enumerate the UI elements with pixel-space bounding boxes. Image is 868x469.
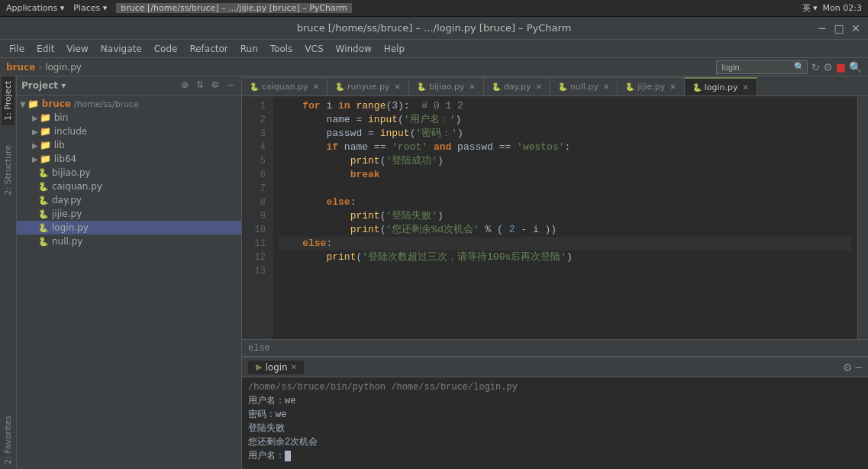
menu-vcs[interactable]: VCS xyxy=(298,42,329,56)
code-line-5: print('登陆成功') xyxy=(279,154,851,168)
os-clock: 英 ▾ Mon 02:3 xyxy=(802,2,862,14)
tab-icon-jijie: 🐍 xyxy=(625,82,634,91)
tab-null[interactable]: 🐍 null.py ✕ xyxy=(550,77,618,95)
code-line-8: else: xyxy=(279,196,851,209)
settings-icon[interactable]: ⚙ xyxy=(209,79,221,92)
menu-tools[interactable]: Tools xyxy=(264,42,299,56)
minimize-panel-btn[interactable]: ─ xyxy=(856,361,862,374)
menu-navigate[interactable]: Navigate xyxy=(95,42,148,56)
run-output: /home/ss/bruce/bin/python /home/ss/bruce… xyxy=(242,377,868,469)
tab-close-login[interactable]: ✕ xyxy=(742,83,748,92)
add-icon[interactable]: ⊕ xyxy=(179,79,191,92)
left-tabs: 1: Project 2: Structure 2: Favorites xyxy=(0,76,17,469)
window-switcher[interactable]: bruce [/home/ss/bruce] – .../jijie.py [b… xyxy=(116,3,352,13)
settings-tool-btn[interactable]: ⚙ xyxy=(843,361,853,374)
run-output-line-4: 您还剩余2次机会 xyxy=(248,435,862,449)
menu-run[interactable]: Run xyxy=(234,42,264,56)
tab-icon-runyue: 🐍 xyxy=(335,82,344,91)
window-title: bruce [/home/ss/bruce] – .../login.py [b… xyxy=(297,22,572,34)
code-line-12: print('登陆次数超过三次，请等待100s后再次登陆') xyxy=(279,251,851,264)
code-line-13 xyxy=(279,264,851,278)
tab-icon-caiquan: 🐍 xyxy=(250,82,259,91)
scroll-marker[interactable] xyxy=(857,96,868,339)
menu-window[interactable]: Window xyxy=(330,42,378,56)
tab-jijie[interactable]: 🐍 jijie.py ✕ xyxy=(618,77,684,95)
menu-code[interactable]: Code xyxy=(148,42,184,56)
tab-close-bijiao[interactable]: ✕ xyxy=(469,82,475,91)
tab-label-null: null.py xyxy=(570,82,599,92)
code-line-3: passwd = input('密码：') xyxy=(279,127,851,141)
tree-root-bruce[interactable]: ▼ 📁 bruce /home/ss/bruce xyxy=(17,97,241,111)
collapse-icon[interactable]: − xyxy=(224,79,237,92)
tree-file-day[interactable]: 🐍 day.py xyxy=(17,193,241,207)
tree-file-caiquan[interactable]: 🐍 caiquan.py xyxy=(17,180,241,193)
run-output-line-2: 密码：we xyxy=(248,408,862,422)
run-output-line-5[interactable]: 用户名： xyxy=(248,449,862,463)
tab-close-null[interactable]: ✕ xyxy=(603,82,609,91)
code-content[interactable]: for i in range(3): # 0 1 2 name = input(… xyxy=(273,96,857,339)
tree-folder-bin[interactable]: ▶ 📁 bin xyxy=(17,111,241,125)
run-command: /home/ss/bruce/bin/python /home/ss/bruce… xyxy=(248,380,862,394)
breadcrumb-file[interactable]: login.py xyxy=(45,62,82,73)
code-editor[interactable]: 1 2 3 4 5 6 7 8 9 10 11 12 13 for i in r… xyxy=(242,96,868,339)
tab-close-caiquan[interactable]: ✕ xyxy=(313,82,319,91)
run-tab-login[interactable]: ▶ login ✕ xyxy=(248,361,305,374)
project-tab[interactable]: 1: Project xyxy=(2,76,15,125)
refresh-icon[interactable]: ↻ xyxy=(811,61,820,73)
sidebar-icons: ⊕ ⇅ ⚙ − xyxy=(179,79,237,92)
tab-login[interactable]: 🐍 login.py ✕ xyxy=(685,77,757,95)
maximize-button[interactable]: □ xyxy=(833,22,845,34)
tree-file-bijiao[interactable]: 🐍 bijiao.py xyxy=(17,166,241,180)
tab-close-runyue[interactable]: ✕ xyxy=(395,82,401,91)
code-line-7 xyxy=(279,182,851,196)
breadcrumb: bruce › login.py 🔍 ↻ ⚙ ■ 🔍 xyxy=(0,58,868,76)
window-controls: ─ □ ✕ xyxy=(816,22,862,34)
tab-day[interactable]: 🐍 day.py ✕ xyxy=(484,77,550,95)
run-debug-icon[interactable]: ⚙ xyxy=(823,61,833,73)
close-button[interactable]: ✕ xyxy=(850,22,862,34)
tab-icon-day: 🐍 xyxy=(492,82,501,91)
tab-bijiao[interactable]: 🐍 bijiao.py ✕ xyxy=(409,77,484,95)
favorites-tab[interactable]: 2: Favorites xyxy=(2,411,15,469)
tree-folder-lib[interactable]: ▶ 📁 lib xyxy=(17,138,241,152)
minimize-button[interactable]: ─ xyxy=(816,22,828,34)
run-tab-close[interactable]: ✕ xyxy=(291,363,297,371)
tree-folder-include[interactable]: ▶ 📁 include xyxy=(17,125,241,138)
structure-tab[interactable]: 2: Structure xyxy=(2,141,15,199)
breadcrumb-root[interactable]: bruce xyxy=(6,62,35,73)
menu-refactor[interactable]: Refactor xyxy=(183,42,234,56)
run-tools: ⚙ ─ xyxy=(843,361,862,374)
os-left: Applications ▾ Places ▾ bruce [/home/ss/… xyxy=(6,3,352,13)
tree-file-null[interactable]: 🐍 null.py xyxy=(17,234,241,248)
line-numbers: 1 2 3 4 5 6 7 8 9 10 11 12 13 xyxy=(242,96,273,339)
sort-icon[interactable]: ⇅ xyxy=(194,79,206,92)
run-panel: ▶ login ✕ ⚙ ─ /home/ss/bruce/bin/python … xyxy=(242,356,868,469)
code-line-4: if name == 'root' and passwd == 'westos'… xyxy=(279,141,851,154)
tree-file-login[interactable]: 🐍 login.py xyxy=(17,221,241,234)
tab-close-jijie[interactable]: ✕ xyxy=(670,82,676,91)
tab-runyue[interactable]: 🐍 runyue.py ✕ xyxy=(328,77,409,95)
code-line-2: name = input('用户名：') xyxy=(279,113,851,127)
code-line-6: break xyxy=(279,168,851,182)
applications-menu[interactable]: Applications ▾ xyxy=(6,3,64,13)
run-icon: ▶ xyxy=(256,362,262,372)
tab-icon-login: 🐍 xyxy=(692,83,702,92)
code-line-10: print('您还剩余%d次机会' % ( 2 - i )) xyxy=(279,223,851,237)
tab-icon-bijiao: 🐍 xyxy=(417,82,426,91)
title-bar: bruce [/home/ss/bruce] – .../login.py [b… xyxy=(0,17,868,40)
search-everywhere-icon[interactable]: 🔍 xyxy=(849,61,862,73)
tab-close-day[interactable]: ✕ xyxy=(535,82,541,91)
tab-icon-null: 🐍 xyxy=(558,82,567,91)
run-tabs: ▶ login ✕ ⚙ ─ xyxy=(242,357,868,377)
menu-edit[interactable]: Edit xyxy=(31,42,60,56)
menu-help[interactable]: Help xyxy=(378,42,411,56)
tab-caiquan[interactable]: 🐍 caiquan.py ✕ xyxy=(242,77,328,95)
tree-folder-lib64[interactable]: ▶ 📁 lib64 xyxy=(17,152,241,166)
menu-file[interactable]: File xyxy=(3,42,31,56)
menu-bar: File Edit View Navigate Code Refactor Ru… xyxy=(0,40,868,58)
menu-view[interactable]: View xyxy=(60,42,94,56)
code-line-9: print('登陆失败') xyxy=(279,209,851,223)
places-menu[interactable]: Places ▾ xyxy=(73,3,107,13)
stop-icon[interactable]: ■ xyxy=(836,61,846,73)
tree-file-jijie[interactable]: 🐍 jijie.py xyxy=(17,207,241,221)
